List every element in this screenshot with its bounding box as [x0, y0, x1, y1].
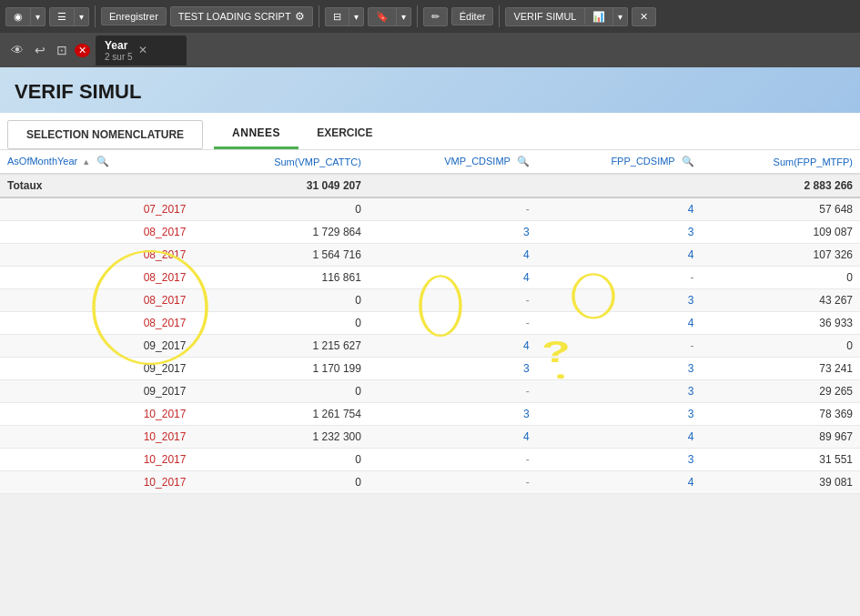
cell-month-year: 10_2017: [0, 471, 197, 494]
table-row: 10_2017 1 232 300 4 4 89 967: [0, 426, 860, 449]
cell-vmp-cdsimp: 3: [369, 358, 537, 380]
verif-simul-label[interactable]: VERIF SIMUL: [506, 8, 584, 25]
view-dropdown-arrow[interactable]: ▾: [31, 9, 45, 25]
col-header-sum-vmp-cattc: Sum(VMP_CATTC): [197, 150, 369, 174]
search-month-icon[interactable]: 🔍: [96, 156, 109, 167]
cell-sum-fpp-mtfp: 107 326: [702, 244, 860, 267]
cell-sum-fpp-mtfp: 73 241: [702, 358, 860, 380]
tab-section: ANNEES EXERCICE: [210, 113, 860, 149]
verif-simul-btn[interactable]: VERIF SIMUL 📊 ▾: [505, 7, 627, 26]
search-vmp-cdsimp-icon[interactable]: 🔍: [517, 156, 530, 167]
display-icon[interactable]: ⊟: [326, 8, 349, 25]
tab-title: Year: [105, 39, 133, 52]
cell-sum-vmp-cattc: 0: [197, 471, 369, 494]
eye-icon[interactable]: 👁: [7, 41, 27, 59]
cell-sum-vmp-cattc: 1 261 754: [197, 403, 369, 426]
cell-vmp-cdsimp: -: [369, 312, 537, 335]
cell-month-year: 10_2017: [0, 403, 197, 426]
totaux-row: Totaux 31 049 207 2 883 266: [0, 174, 860, 197]
sort-arrow-icon[interactable]: ▲: [82, 157, 90, 167]
cell-sum-fpp-mtfp: 78 369: [702, 403, 860, 426]
data-table-container: AsOfMonthYear ▲ 🔍 Sum(VMP_CATTC) VMP_CDS…: [0, 150, 860, 494]
cell-fpp-cdsimp: 3: [537, 358, 702, 380]
cell-month-year: 10_2017: [0, 426, 197, 449]
table-row: 08_2017 0 - 3 43 267: [0, 289, 860, 312]
filter-row: SELECTION NOMENCLATURE ANNEES EXERCICE: [0, 113, 860, 150]
cell-month-year: 08_2017: [0, 267, 197, 289]
cell-fpp-cdsimp: 4: [537, 312, 702, 335]
cell-vmp-cdsimp: 3: [369, 403, 537, 426]
cell-month-year: 08_2017: [0, 289, 197, 312]
divider-3: [417, 5, 418, 27]
divider-1: [95, 5, 96, 27]
close-nav-icon[interactable]: ✕: [75, 44, 90, 57]
cell-sum-vmp-cattc: 0: [197, 312, 369, 335]
cell-sum-vmp-cattc: 1 564 716: [197, 244, 369, 267]
pencil-icon-btn[interactable]: ✏: [423, 7, 448, 26]
list-icon[interactable]: ☰: [50, 8, 75, 25]
cell-vmp-cdsimp: 4: [369, 426, 537, 449]
bookmark-btn[interactable]: 🔖 ▾: [368, 7, 411, 26]
cell-sum-vmp-cattc: 0: [197, 449, 369, 471]
annees-tab[interactable]: ANNEES: [214, 117, 298, 149]
page-title: VERIF SIMUL: [15, 80, 845, 104]
display-dropdown-arrow[interactable]: ▾: [349, 9, 363, 25]
cell-fpp-cdsimp: 4: [537, 471, 702, 494]
totaux-label: Totaux: [0, 174, 197, 197]
search-fpp-cdsimp-icon[interactable]: 🔍: [682, 156, 694, 167]
cell-sum-fpp-mtfp: 31 551: [702, 449, 860, 471]
script-button[interactable]: TEST LOADING SCRIPT ⚙: [170, 6, 313, 26]
bookmark-icon[interactable]: 🔖: [369, 8, 397, 25]
cell-sum-fpp-mtfp: 29 265: [702, 380, 860, 403]
list-dropdown-arrow[interactable]: ▾: [75, 9, 88, 25]
cell-vmp-cdsimp: -: [369, 449, 537, 471]
cell-vmp-cdsimp: -: [369, 471, 537, 494]
content-area: SELECTION NOMENCLATURE ANNEES EXERCICE A…: [0, 113, 860, 494]
view-toggle-btn[interactable]: ◉ ▾: [5, 7, 46, 26]
cell-sum-vmp-cattc: 0: [197, 380, 369, 403]
cell-month-year: 09_2017: [0, 380, 197, 403]
table-row: 08_2017 1 729 864 3 3 109 087: [0, 221, 860, 244]
cell-vmp-cdsimp: 3: [369, 221, 537, 244]
cell-sum-vmp-cattc: 1 170 199: [197, 358, 369, 380]
nomenclature-btn[interactable]: SELECTION NOMENCLATURE: [7, 120, 203, 149]
close-toolbar-btn[interactable]: ✕: [632, 7, 656, 26]
cell-fpp-cdsimp: -: [537, 267, 702, 289]
exercice-tab[interactable]: EXERCICE: [298, 117, 390, 149]
totaux-sum-vmp-cattc: 31 049 207: [197, 174, 369, 197]
bookmark-dropdown-arrow[interactable]: ▾: [397, 9, 410, 25]
verif-simul-icon: 📊: [585, 8, 613, 25]
cell-fpp-cdsimp: 4: [537, 426, 702, 449]
tab-content: Year 2 sur 5: [105, 39, 133, 62]
cell-vmp-cdsimp: -: [369, 197, 537, 221]
main-toolbar: ◉ ▾ ☰ ▾ Enregistrer TEST LOADING SCRIPT …: [0, 0, 860, 33]
verif-simul-arrow[interactable]: ▾: [613, 9, 627, 25]
enregistrer-button[interactable]: Enregistrer: [101, 7, 167, 25]
table-row: 08_2017 116 861 4 - 0: [0, 267, 860, 289]
cell-sum-vmp-cattc: 0: [197, 197, 369, 221]
page-header: VERIF SIMUL: [0, 67, 860, 113]
view-icon[interactable]: ◉: [6, 8, 31, 25]
year-tab[interactable]: Year 2 sur 5 ✕: [96, 35, 187, 66]
tab-close-btn[interactable]: ✕: [138, 44, 147, 56]
cell-vmp-cdsimp: 4: [369, 335, 537, 358]
cell-fpp-cdsimp: 4: [537, 244, 702, 267]
undo-icon[interactable]: ↩: [31, 41, 49, 59]
cell-month-year: 09_2017: [0, 358, 197, 380]
list-toggle-btn[interactable]: ☰ ▾: [49, 7, 89, 26]
divider-4: [499, 5, 500, 27]
cell-month-year: 08_2017: [0, 221, 197, 244]
cell-fpp-cdsimp: 3: [537, 221, 702, 244]
table-body: Totaux 31 049 207 2 883 266 07_2017 0 - …: [0, 174, 860, 494]
table-row: 10_2017 1 261 754 3 3 78 369: [0, 403, 860, 426]
col-header-fpp-cdsimp: FPP_CDSIMP 🔍: [537, 150, 702, 174]
display-btn[interactable]: ⊟ ▾: [325, 7, 364, 26]
cell-sum-fpp-mtfp: 0: [702, 267, 860, 289]
frame-icon[interactable]: ⊡: [53, 41, 71, 59]
editer-button[interactable]: Éditer: [451, 7, 494, 25]
cell-month-year: 08_2017: [0, 244, 197, 267]
table-row: 10_2017 0 - 4 39 081: [0, 471, 860, 494]
col-header-vmp-cdsimp: VMP_CDSIMP 🔍: [369, 150, 537, 174]
table-header-row: AsOfMonthYear ▲ 🔍 Sum(VMP_CATTC) VMP_CDS…: [0, 150, 860, 174]
col-label-sum-fpp-mtfp: Sum(FPP_MTFP): [774, 157, 853, 167]
